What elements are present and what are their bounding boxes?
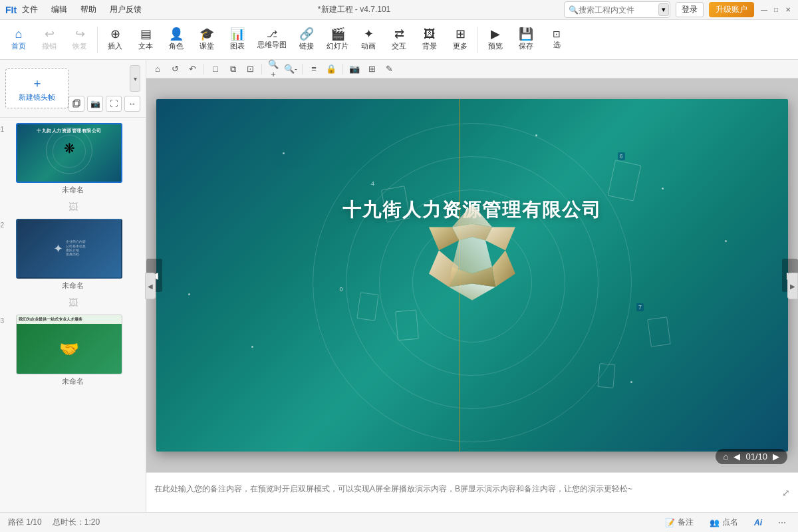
slide-thumb-3[interactable]: 我们为企业提供一站式专业人才服务 🤝 bbox=[16, 315, 122, 374]
arrow-down[interactable]: ▾ bbox=[130, 65, 140, 92]
home-icon[interactable]: ⌂ bbox=[724, 452, 729, 462]
more-status-button[interactable]: ⋯ bbox=[774, 517, 790, 529]
classroom-icon: 🎓 bbox=[200, 28, 214, 40]
canvas-lock-button[interactable]: 🔒 bbox=[324, 62, 338, 76]
statusbar: 路径 1/10 总时长：1:20 📝 备注 👥 点名 Ai ⋯ bbox=[0, 512, 798, 532]
toolbar-interact[interactable]: ⇄ 交互 bbox=[384, 23, 414, 57]
toolbar-chart[interactable]: 📊 图表 bbox=[223, 23, 252, 57]
rollcall-icon: 👥 bbox=[710, 518, 720, 527]
role-label: 角色 bbox=[169, 41, 184, 51]
canvas-copy-button[interactable]: ⧉ bbox=[225, 62, 240, 76]
page-number: 01/10 bbox=[745, 452, 767, 462]
canvas-select-button[interactable]: ⊡ bbox=[243, 62, 257, 76]
chart-icon: 📊 bbox=[230, 28, 245, 40]
toolbar-slideshow[interactable]: 🎬 幻灯片 bbox=[323, 23, 352, 57]
slide-canvas[interactable]: ◀ bbox=[146, 78, 798, 472]
canvas-fit-button[interactable]: ⊞ bbox=[364, 62, 379, 76]
upgrade-button[interactable]: 升级账户 bbox=[709, 2, 754, 17]
menu-edit[interactable]: 编辑 bbox=[49, 3, 70, 17]
canvas-grid-button[interactable]: ≡ bbox=[307, 62, 321, 76]
more-icon: ⊞ bbox=[456, 28, 466, 40]
canvas-zoom-out-button[interactable]: 🔍- bbox=[283, 62, 298, 76]
toolbar-home[interactable]: ⌂ 首页 bbox=[4, 23, 33, 57]
preview-label: 预览 bbox=[488, 41, 503, 51]
home-label: 首页 bbox=[11, 41, 26, 51]
search-dropdown[interactable]: ▾ bbox=[658, 3, 669, 16]
toolbar-undo[interactable]: ↩ 撤销 bbox=[35, 23, 64, 57]
rotate-button[interactable]: ↔ bbox=[124, 96, 140, 112]
text-icon: ▤ bbox=[140, 28, 152, 40]
classroom-label: 课堂 bbox=[200, 41, 214, 51]
sidebar: ＋ 新建镜头帧 ▾ 📷 ⛶ ↔ 01 bbox=[0, 60, 146, 512]
toolbar-role[interactable]: 👤 角色 bbox=[162, 23, 191, 57]
notes-button[interactable]: 📝 备注 bbox=[661, 515, 698, 529]
maximize-button[interactable]: □ bbox=[771, 5, 781, 15]
slide-thumb-1[interactable]: 十九街人力资源管理有限公司 ❋ bbox=[16, 123, 122, 183]
select-label: 选 bbox=[553, 40, 561, 50]
toolbar-animation[interactable]: ✦ 动画 bbox=[354, 23, 383, 57]
canvas-sep-2 bbox=[261, 64, 262, 74]
next-page-button[interactable]: ▶ bbox=[773, 452, 779, 462]
animation-icon: ✦ bbox=[364, 28, 374, 40]
slides-list: 01 十九街人力资源管理有限公司 ❋ 未命名 🖼 02 bbox=[0, 118, 146, 512]
statusbar-right: 📝 备注 👥 点名 Ai ⋯ bbox=[661, 515, 790, 529]
toolbar-select[interactable]: ⊡ 选 bbox=[542, 23, 571, 57]
toolbar-insert[interactable]: ⊕ 插入 bbox=[100, 23, 130, 57]
notes-expand-button[interactable]: ⤢ bbox=[782, 487, 790, 498]
chart-label: 图表 bbox=[230, 41, 245, 51]
toolbar-mindmap[interactable]: ⎇ 思维导图 bbox=[253, 23, 291, 57]
right-panel-toggle[interactable]: ▶ bbox=[787, 273, 798, 299]
main-area: ＋ 新建镜头帧 ▾ 📷 ⛶ ↔ 01 bbox=[0, 60, 798, 512]
canvas-zoom-in-button[interactable]: 🔍+ bbox=[266, 62, 281, 76]
preview-icon: ▶ bbox=[491, 28, 500, 40]
minimize-button[interactable]: — bbox=[759, 5, 769, 15]
prev-page-button[interactable]: ◀ bbox=[733, 452, 740, 462]
rollcall-button[interactable]: 👥 点名 bbox=[706, 515, 742, 529]
canvas-undo-button[interactable]: ↺ bbox=[168, 62, 182, 76]
interact-label: 交互 bbox=[392, 41, 406, 51]
menu-file[interactable]: 文件 bbox=[19, 3, 41, 17]
slide-item-2[interactable]: 02 ✦ 企业简介内容公司基本信息团队介绍发展历程 未命名 bbox=[5, 219, 140, 291]
ai-button[interactable]: Ai bbox=[750, 517, 766, 529]
toolbar-text[interactable]: ▤ 文本 bbox=[131, 23, 160, 57]
slide-spacer-1: 🖼 bbox=[5, 200, 140, 213]
toolbar-preview[interactable]: ▶ 预览 bbox=[481, 23, 510, 57]
search-input[interactable] bbox=[579, 5, 658, 15]
rollcall-label: 点名 bbox=[722, 517, 738, 528]
toolbar-classroom[interactable]: 🎓 课堂 bbox=[192, 23, 221, 57]
canvas-screenshot-button[interactable]: 📷 bbox=[347, 62, 362, 76]
copy-frame-button[interactable] bbox=[68, 96, 84, 112]
page-counter: ⌂ ◀ 01/10 ▶ bbox=[716, 449, 787, 464]
toolbar-more[interactable]: ⊞ 更多 bbox=[446, 23, 475, 57]
sidebar-collapse-button[interactable]: ◀ bbox=[145, 273, 156, 299]
toolbar-link[interactable]: 🔗 链接 bbox=[292, 23, 321, 57]
svg-marker-2 bbox=[452, 203, 492, 227]
notes-textarea[interactable] bbox=[154, 483, 782, 502]
toolbar-background[interactable]: 🖼 背景 bbox=[415, 23, 444, 57]
slide-content: 4 6 7 0 十九街人力资源管理有限公司 bbox=[156, 99, 788, 452]
toolbar-redo[interactable]: ↪ 恢复 bbox=[65, 23, 94, 57]
search-icon: 🔍 bbox=[569, 5, 579, 15]
canvas-edit-button[interactable]: ✎ bbox=[382, 62, 396, 76]
canvas-redo-button[interactable]: ↶ bbox=[185, 62, 200, 76]
titlebar-right: 🔍 ▾ 登录 升级账户 — □ ✕ bbox=[564, 1, 793, 18]
toolbar-save[interactable]: 💾 保存 bbox=[511, 23, 541, 57]
slide-label-3: 未命名 bbox=[5, 376, 140, 386]
fullscreen-button[interactable]: ⛶ bbox=[106, 96, 122, 112]
svg-rect-1 bbox=[74, 100, 80, 106]
menu-help[interactable]: 帮助 bbox=[78, 3, 99, 17]
canvas-frame-button[interactable]: □ bbox=[208, 62, 223, 76]
new-frame-button[interactable]: ＋ 新建镜头帧 bbox=[5, 68, 68, 108]
canvas-home-button[interactable]: ⌂ bbox=[150, 62, 165, 76]
slide-item-3[interactable]: 03 我们为企业提供一站式专业人才服务 🤝 未命名 bbox=[5, 315, 140, 386]
slide-thumb-2[interactable]: ✦ 企业简介内容公司基本信息团队介绍发展历程 bbox=[16, 219, 122, 279]
undo-label: 撤销 bbox=[42, 41, 57, 51]
canvas-area: ⌂ ↺ ↶ □ ⧉ ⊡ 🔍+ 🔍- ≡ 🔒 📷 ⊞ ✎ ◀ bbox=[146, 60, 798, 512]
search-box[interactable]: 🔍 ▾ bbox=[564, 1, 670, 18]
screenshot-button[interactable]: 📷 bbox=[87, 96, 103, 112]
slide-label-1: 未命名 bbox=[5, 185, 140, 195]
slide-item-1[interactable]: 01 十九街人力资源管理有限公司 ❋ 未命名 bbox=[5, 123, 140, 195]
menu-feedback[interactable]: 用户反馈 bbox=[107, 3, 144, 17]
close-button[interactable]: ✕ bbox=[783, 5, 793, 15]
login-button[interactable]: 登录 bbox=[676, 2, 704, 17]
